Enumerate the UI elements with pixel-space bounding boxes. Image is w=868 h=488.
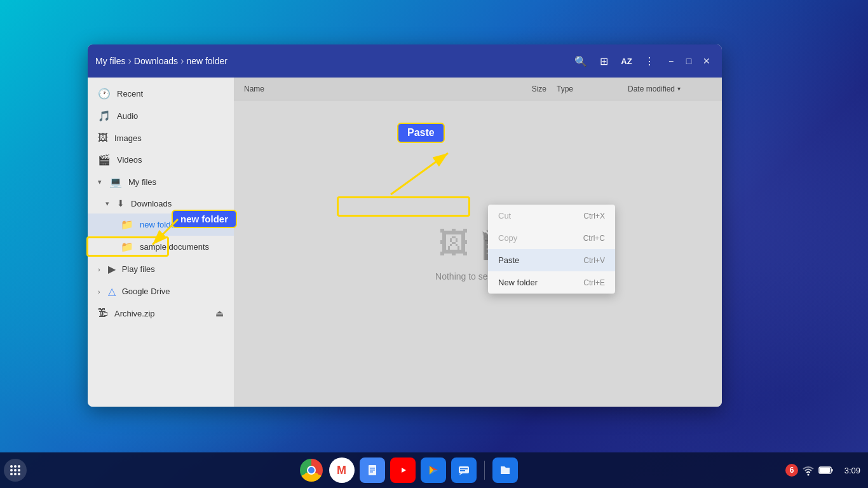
maximize-button[interactable]: □: [681, 53, 696, 69]
sampledocs-icon: 📁: [121, 241, 133, 253]
close-button[interactable]: ✕: [699, 53, 714, 69]
taskbar-files[interactable]: [492, 458, 518, 483]
header-size[interactable]: Size: [496, 85, 546, 93]
context-menu-paste[interactable]: Paste Ctrl+V: [488, 249, 615, 271]
title-bar: My files › Downloads › new folder 🔍 ⊞ AZ…: [88, 44, 722, 78]
main-area: 🕐 Recent 🎵 Audio 🖼 Images 🎬 Videos ▾ 💻: [88, 78, 722, 407]
svg-point-4: [10, 465, 13, 468]
context-menu-cut[interactable]: Cut Ctrl+X: [488, 205, 615, 227]
googledrive-expand-icon: ›: [98, 288, 100, 295]
myfiles-expand-icon: ▾: [98, 178, 102, 186]
taskbar-gmail[interactable]: M: [329, 458, 355, 483]
breadcrumb: My files › Downloads › new folder: [95, 55, 572, 67]
sidebar-item-playfiles[interactable]: › ▶ Play files: [88, 258, 234, 280]
sort-arrow: ▾: [677, 85, 681, 92]
images-icon: 🖼: [98, 132, 108, 144]
file-manager-window: My files › Downloads › new folder 🔍 ⊞ AZ…: [88, 44, 722, 407]
taskbar-docs[interactable]: [360, 458, 385, 483]
minimize-button[interactable]: −: [663, 53, 679, 69]
sidebar-item-archivezip[interactable]: 🗜 Archive.zip ⏏: [88, 302, 234, 324]
more-options-button[interactable]: ⋮: [641, 52, 658, 70]
paste-shortcut: Ctrl+V: [583, 256, 605, 265]
taskbar-divider: [484, 461, 485, 480]
taskbar-playstore[interactable]: [421, 458, 446, 483]
file-content-empty: 🖼 🎬 Nothing to see here...: [234, 100, 722, 407]
breadcrumb-sep-2: ›: [180, 55, 184, 67]
context-menu-newfolder[interactable]: New folder Ctrl+E: [488, 271, 615, 294]
sidebar-label-audio: Audio: [117, 111, 138, 121]
sidebar-item-myfiles[interactable]: ▾ 💻 My files: [88, 171, 234, 193]
sidebar: 🕐 Recent 🎵 Audio 🖼 Images 🎬 Videos ▾ 💻: [88, 78, 234, 407]
sidebar-label-videos: Videos: [117, 155, 142, 165]
sidebar-label-playfiles: Play files: [122, 264, 155, 274]
svg-point-11: [14, 473, 17, 475]
sidebar-item-recent[interactable]: 🕐 Recent: [88, 83, 234, 105]
system-time: 3:09: [837, 466, 860, 475]
sidebar-label-images: Images: [114, 133, 142, 143]
search-button[interactable]: 🔍: [572, 52, 590, 70]
taskbar-apps: M: [31, 458, 785, 483]
sidebar-item-audio[interactable]: 🎵 Audio: [88, 105, 234, 127]
svg-rect-16: [370, 471, 373, 473]
sidebar-item-videos[interactable]: 🎬 Videos: [88, 149, 234, 171]
newfolder-icon: 📁: [121, 219, 133, 231]
playfiles-expand-icon: ›: [98, 266, 100, 273]
copy-shortcut: Ctrl+C: [583, 234, 605, 243]
header-date[interactable]: Date modified ▾: [623, 85, 712, 93]
launcher-button[interactable]: [4, 459, 27, 482]
taskbar-launcher-area: [0, 459, 31, 482]
grid-view-button[interactable]: ⊞: [595, 52, 613, 70]
taskbar-chrome[interactable]: [299, 458, 324, 483]
sidebar-item-newfolder[interactable]: 📁 new folder: [88, 214, 234, 236]
svg-point-12: [18, 473, 20, 475]
paste-label: Paste: [498, 255, 519, 265]
sidebar-label-googledrive: Google Drive: [122, 287, 170, 296]
audio-icon: 🎵: [98, 110, 111, 122]
breadcrumb-downloads[interactable]: Downloads: [134, 56, 178, 66]
svg-rect-23: [460, 468, 468, 470]
svg-rect-22: [459, 466, 469, 473]
sidebar-label-archivezip: Archive.zip: [114, 309, 155, 318]
videos-icon: 🎬: [98, 154, 111, 166]
archivezip-icon: 🗜: [98, 308, 108, 319]
svg-point-9: [18, 469, 20, 471]
cut-label: Cut: [498, 211, 511, 220]
breadcrumb-myfiles[interactable]: My files: [95, 56, 125, 66]
taskbar: M: [0, 452, 868, 488]
svg-rect-14: [370, 468, 375, 469]
breadcrumb-current: new folder: [186, 56, 227, 66]
taskbar-messages[interactable]: [451, 458, 477, 483]
svg-rect-29: [820, 468, 830, 473]
downloads-icon: ⬇: [117, 198, 125, 208]
playfiles-icon: ▶: [108, 263, 116, 275]
title-actions: 🔍 ⊞ AZ ⋮: [572, 52, 658, 70]
sidebar-label-recent: Recent: [117, 89, 143, 98]
header-type[interactable]: Type: [546, 85, 623, 93]
header-name[interactable]: Name: [244, 85, 496, 93]
wifi-icon: [802, 464, 815, 477]
sidebar-label-downloads: Downloads: [131, 199, 172, 208]
context-menu-copy[interactable]: Copy Ctrl+C: [488, 227, 615, 249]
svg-point-5: [14, 465, 17, 468]
svg-point-8: [14, 469, 17, 471]
file-area: Name Size Type Date modified ▾ 🖼 🎬 Nothi…: [234, 78, 722, 407]
svg-rect-24: [460, 470, 465, 471]
sort-button[interactable]: AZ: [618, 52, 635, 70]
sidebar-item-images[interactable]: 🖼 Images: [88, 127, 234, 149]
context-menu: Cut Ctrl+X Copy Ctrl+C Paste Ctrl+V New …: [488, 205, 615, 294]
googledrive-icon: △: [108, 285, 116, 297]
svg-point-7: [10, 469, 13, 471]
svg-marker-17: [402, 468, 406, 473]
sidebar-item-googledrive[interactable]: › △ Google Drive: [88, 280, 234, 302]
battery-icon: [818, 466, 834, 475]
sidebar-item-sampledocs[interactable]: 📁 sample documents: [88, 236, 234, 258]
recent-icon: 🕐: [98, 88, 111, 100]
eject-icon[interactable]: ⏏: [215, 308, 224, 318]
downloads-expand-icon: ▾: [105, 200, 109, 208]
taskbar-system: 6 3:09: [785, 464, 868, 477]
copy-label: Copy: [498, 233, 517, 243]
sidebar-item-downloads[interactable]: ▾ ⬇ Downloads: [88, 193, 234, 214]
newfolder-label: New folder: [498, 278, 538, 287]
taskbar-youtube[interactable]: [390, 458, 416, 483]
notification-badge[interactable]: 6: [785, 464, 798, 477]
